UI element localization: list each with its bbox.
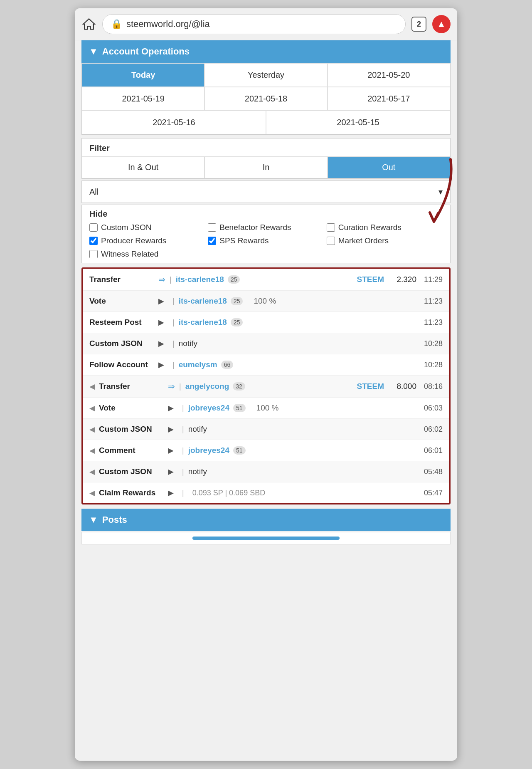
transfer-icon: ⇒ [168, 381, 175, 391]
op-user[interactable]: its-carlene18 [179, 297, 227, 306]
op-type: Vote [99, 403, 165, 413]
date-2021-05-15[interactable]: 2021-05-15 [266, 111, 450, 134]
op-time: 10:28 [420, 339, 443, 348]
section-title: Account Operations [102, 46, 190, 57]
op-user[interactable]: jobreyes24 [188, 403, 229, 413]
table-row: ◀ Vote ▶ | jobreyes24 51 100 % 06:03 [83, 398, 449, 419]
op-percent: 100 % [256, 403, 279, 413]
op-time: 11:23 [420, 318, 443, 327]
hide-sps-rewards-checkbox[interactable] [208, 237, 216, 245]
op-type: Custom JSON [89, 339, 156, 348]
op-user-badge: 25 [228, 275, 240, 284]
op-amount: 2.320 [392, 275, 416, 284]
op-meta: 0.093 SP | 0.069 SBD [192, 489, 265, 497]
op-time: 11:29 [420, 275, 443, 284]
op-user-badge: 51 [233, 404, 246, 412]
dropdown-arrow-icon: ▾ [438, 187, 443, 197]
hide-producer-rewards: Producer Rewards [89, 236, 205, 245]
play-icon: ▶ [158, 297, 168, 306]
op-time: 06:01 [420, 446, 443, 455]
hide-witness-related-checkbox[interactable] [89, 250, 98, 258]
upload-icon: ▲ [437, 19, 446, 30]
play-icon: ▶ [168, 488, 178, 497]
hide-market-orders-checkbox[interactable] [327, 237, 335, 245]
op-time: 11:23 [420, 297, 443, 306]
op-type: Transfer [99, 382, 165, 391]
hide-label: Hide [89, 209, 443, 219]
table-row: Vote ▶ | its-carlene18 25 100 % 11:23 [83, 291, 449, 312]
filter-label: Filter [82, 138, 450, 156]
op-amount: 8.000 [392, 382, 416, 391]
date-grid: Today Yesterday 2021-05-20 2021-05-19 20… [81, 63, 451, 135]
op-user-badge: 25 [231, 318, 243, 326]
op-time: 05:48 [420, 467, 443, 476]
hide-witness-related: Witness Related [89, 250, 205, 259]
date-2021-05-20[interactable]: 2021-05-20 [328, 63, 450, 87]
filter-buttons: In & Out In Out [82, 156, 450, 178]
dropdown-value: All [89, 187, 99, 197]
op-user-badge: 66 [221, 361, 234, 369]
play-icon: ▶ [158, 318, 168, 327]
table-row: Follow Account ▶ | eumelysm 66 10:28 [83, 354, 449, 376]
table-row: ◀ Custom JSON ▶ | notify 06:02 [83, 419, 449, 440]
op-user[interactable]: angelycong [185, 382, 229, 391]
date-2021-05-16[interactable]: 2021-05-16 [82, 111, 266, 134]
filter-out[interactable]: Out [328, 156, 450, 178]
op-user[interactable]: eumelysm [179, 360, 217, 369]
hide-curation-rewards-label: Curation Rewards [338, 223, 401, 232]
op-time: 06:02 [420, 425, 443, 434]
filter-in[interactable]: In [204, 156, 327, 178]
op-currency: STEEM [357, 275, 384, 284]
hide-producer-rewards-checkbox[interactable] [89, 237, 98, 245]
hide-custom-json-label: Custom JSON [101, 223, 151, 232]
all-dropdown[interactable]: All ▾ [81, 181, 451, 203]
table-row: Resteem Post ▶ | its-carlene18 25 11:23 [83, 312, 449, 333]
hide-sps-rewards-label: SPS Rewards [219, 236, 268, 245]
hide-custom-json: Custom JSON [89, 223, 205, 232]
op-user[interactable]: its-carlene18 [179, 318, 227, 327]
hide-sps-rewards: SPS Rewards [208, 236, 324, 245]
transfer-icon: ⇒ [158, 274, 165, 284]
op-time: 10:28 [420, 361, 443, 369]
op-currency: STEEM [357, 382, 384, 391]
url-bar[interactable]: 🔒 steemworld.org/@lia [102, 14, 406, 34]
op-user[interactable]: jobreyes24 [188, 446, 229, 455]
op-type: Custom JSON [99, 425, 165, 434]
hide-witness-related-label: Witness Related [101, 250, 158, 259]
op-user[interactable]: its-carlene18 [176, 275, 224, 284]
date-today[interactable]: Today [82, 63, 204, 87]
url-text: steemworld.org/@lia [126, 19, 210, 30]
table-row: ◀ Transfer ⇒ | angelycong 32 STEEM 8.000… [83, 376, 449, 398]
section-arrow-icon: ▼ [89, 46, 98, 57]
op-type: Custom JSON [99, 467, 165, 476]
op-percent: 100 % [254, 297, 276, 306]
posts-header: ▼ Posts [81, 509, 451, 531]
scroll-bar[interactable] [192, 537, 340, 540]
hide-custom-json-checkbox[interactable] [89, 223, 98, 232]
table-row: ◀ Claim Rewards ▶ | 0.093 SP | 0.069 SBD… [83, 482, 449, 503]
hide-curation-rewards-checkbox[interactable] [327, 223, 335, 232]
checkbox-grid: Custom JSON Benefactor Rewards Curation … [89, 223, 443, 259]
op-type: Comment [99, 446, 165, 455]
date-2021-05-17[interactable]: 2021-05-17 [328, 87, 450, 111]
browser-bar: 🔒 steemworld.org/@lia 2 ▲ [75, 8, 457, 40]
hide-benefactor-rewards-checkbox[interactable] [208, 223, 216, 232]
date-yesterday[interactable]: Yesterday [204, 63, 327, 87]
play-icon: ▶ [168, 467, 178, 476]
hide-market-orders-label: Market Orders [338, 236, 389, 245]
date-2021-05-18[interactable]: 2021-05-18 [204, 87, 327, 111]
op-user-badge: 51 [233, 446, 246, 455]
play-icon: ▶ [158, 360, 168, 369]
op-type: Vote [89, 297, 156, 306]
filter-section: Filter In & Out In Out [81, 138, 451, 179]
tab-counter[interactable]: 2 [411, 17, 426, 32]
op-type: Follow Account [89, 360, 156, 369]
date-2021-05-19[interactable]: 2021-05-19 [82, 87, 204, 111]
posts-title: Posts [102, 514, 127, 525]
table-row: Transfer ⇒ | its-carlene18 25 STEEM 2.32… [83, 269, 449, 291]
account-operations-header: ▼ Account Operations [81, 40, 451, 63]
upload-button[interactable]: ▲ [432, 15, 451, 33]
play-icon: ▶ [158, 339, 168, 348]
filter-in-and-out[interactable]: In & Out [82, 156, 204, 178]
home-icon[interactable] [81, 16, 96, 32]
